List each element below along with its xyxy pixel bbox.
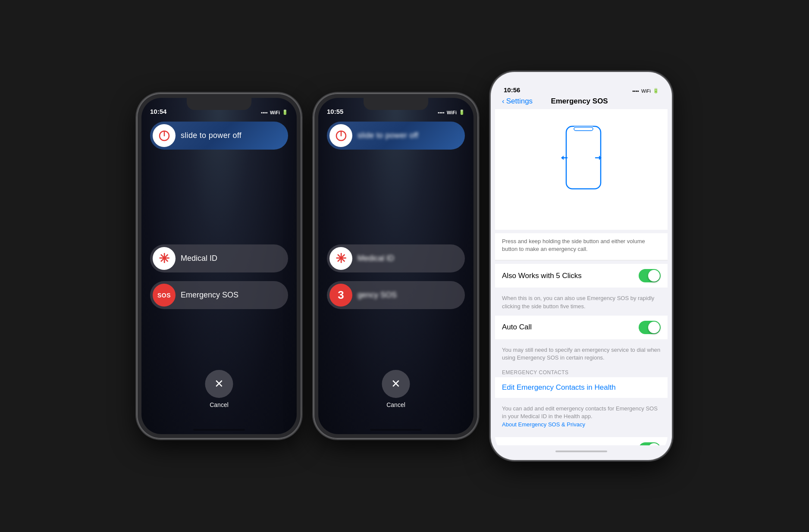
phone-1-power-slider[interactable]: slide to power off xyxy=(150,122,288,150)
phone-2-medical-circle: ✳ xyxy=(329,247,352,270)
phones-container: 10:54 ▪▪▪▪ WiFi 🔋 slide to power off xyxy=(120,0,689,532)
five-clicks-desc-text: When this is on, you can also use Emerge… xyxy=(502,295,654,309)
countdown-sound-row[interactable]: Countdown Sound xyxy=(495,437,668,445)
edit-contacts-row[interactable]: Edit Emergency Contacts in Health xyxy=(495,377,668,398)
settings-battery-icon: 🔋 xyxy=(653,88,659,94)
wifi-icon-2: WiFi xyxy=(447,110,457,115)
phone-1-status-icons: ▪▪▪▪ WiFi 🔋 xyxy=(261,110,288,115)
phone-1-medical-text: Medical ID xyxy=(181,254,217,263)
phone-1-sos-label: SOS xyxy=(157,292,171,299)
phone-2-time: 10:55 xyxy=(327,108,343,115)
phone-1-cancel-label: Cancel xyxy=(210,401,229,408)
phone-2-cancel-container[interactable]: ✕ Cancel xyxy=(382,370,410,408)
chevron-left-icon: ‹ xyxy=(502,97,505,106)
settings-status-icons: ▪▪▪▪ WiFi 🔋 xyxy=(632,88,659,94)
phone-2-medical-text: Medical ID xyxy=(357,254,394,263)
phone-1-sos-text: Emergency SOS xyxy=(181,291,238,300)
phone-1-sos-circle: SOS xyxy=(153,284,176,307)
close-icon: ✕ xyxy=(214,377,224,391)
asterisk-icon: ✳ xyxy=(159,252,169,265)
phone-1-time: 10:54 xyxy=(150,108,166,115)
power-icon xyxy=(158,130,170,142)
phone-2-screen: 10:55 ▪▪▪▪ WiFi 🔋 slide to power off xyxy=(318,98,473,434)
five-clicks-toggle-knob xyxy=(648,270,660,282)
settings-panel: 10:56 ▪▪▪▪ WiFi 🔋 ‹ Settings Emergency S… xyxy=(491,72,672,460)
edit-contacts-desc-text: You can add and edit emergency contacts … xyxy=(502,405,658,419)
phone-1-sos-btn[interactable]: SOS Emergency SOS xyxy=(150,281,288,309)
settings-page-title: Emergency SOS xyxy=(551,97,608,106)
emergency-contacts-header-text: EMERGENCY CONTACTS xyxy=(502,369,569,376)
phone-illustration-section xyxy=(495,109,668,230)
signal-icon-2: ▪▪▪▪ xyxy=(438,110,445,115)
phone-2: 10:55 ▪▪▪▪ WiFi 🔋 slide to power off xyxy=(314,94,478,438)
phone-1-medical-btn[interactable]: ✳ Medical ID xyxy=(150,244,288,272)
auto-call-toggle[interactable] xyxy=(639,321,661,334)
svg-marker-8 xyxy=(561,156,564,160)
phone-1-cancel-circle: ✕ xyxy=(205,370,233,398)
phone-1-screen: 10:54 ▪▪▪▪ WiFi 🔋 slide to power off xyxy=(141,98,297,434)
emergency-contacts-header: EMERGENCY CONTACTS xyxy=(495,367,668,377)
phone-2-status-icons: ▪▪▪▪ WiFi 🔋 xyxy=(438,110,465,115)
phone-2-sos-btn[interactable]: 3 gency SOS xyxy=(327,281,465,309)
auto-call-desc-text: You may still need to specify an emergen… xyxy=(502,347,660,361)
edit-contacts-link[interactable]: Edit Emergency Contacts in Health xyxy=(502,383,616,392)
battery-icon: 🔋 xyxy=(282,110,288,115)
five-clicks-section: Also Works with 5 Clicks xyxy=(495,264,668,288)
settings-content: Press and keep holding the side button a… xyxy=(495,109,668,445)
phone-2-power-circle xyxy=(329,124,352,147)
five-clicks-description: When this is on, you can also use Emerge… xyxy=(495,291,668,315)
phone-2-sos-countdown: 3 xyxy=(329,284,352,307)
phone-1-notch xyxy=(187,98,251,110)
phone-1-cancel-container[interactable]: ✕ Cancel xyxy=(205,370,233,408)
privacy-link[interactable]: About Emergency SOS & Privacy xyxy=(502,421,585,428)
signal-icon: ▪▪▪▪ xyxy=(261,110,268,115)
settings-back-button[interactable]: ‹ Settings xyxy=(502,97,533,106)
phone-description-text: Press and keep holding the side button a… xyxy=(502,238,645,252)
auto-call-toggle-knob xyxy=(648,322,660,333)
auto-call-section: Auto Call xyxy=(495,316,668,339)
five-clicks-label: Also Works with 5 Clicks xyxy=(502,272,639,280)
wifi-icon: WiFi xyxy=(270,110,280,115)
edit-contacts-description: You can add and edit emergency contacts … xyxy=(495,401,668,434)
phone-description: Press and keep holding the side button a… xyxy=(495,233,668,260)
settings-screen: 10:56 ▪▪▪▪ WiFi 🔋 ‹ Settings Emergency S… xyxy=(495,76,668,456)
settings-nav: ‹ Settings Emergency SOS xyxy=(495,95,668,109)
phone-1-slider-text: slide to power off xyxy=(181,131,241,140)
auto-call-description: You may still need to specify an emergen… xyxy=(495,343,668,367)
settings-status-bar: 10:56 ▪▪▪▪ WiFi 🔋 xyxy=(495,76,668,95)
phone-2-power-slider[interactable]: slide to power off xyxy=(327,122,465,150)
countdown-sound-toggle-knob xyxy=(648,443,660,445)
five-clicks-row[interactable]: Also Works with 5 Clicks xyxy=(495,264,668,288)
five-clicks-toggle[interactable] xyxy=(639,269,661,282)
emergency-contacts-section: Edit Emergency Contacts in Health xyxy=(495,377,668,398)
settings-signal-icon: ▪▪▪▪ xyxy=(632,88,639,94)
settings-home-indicator xyxy=(555,451,607,452)
phone-2-medical-btn[interactable]: ✳ Medical ID xyxy=(327,244,465,272)
asterisk-icon-2: ✳ xyxy=(336,252,346,265)
power-icon-2 xyxy=(335,130,347,142)
countdown-sound-label: Countdown Sound xyxy=(502,444,639,445)
phone-2-sos-text: gency SOS xyxy=(357,291,397,300)
phone-2-home-indicator xyxy=(370,429,422,431)
phone-2-cancel-circle: ✕ xyxy=(382,370,410,398)
countdown-sound-section: Countdown Sound xyxy=(495,437,668,445)
phone-1-home-indicator xyxy=(193,429,245,431)
close-icon-2: ✕ xyxy=(391,377,401,391)
phone-1-medical-circle: ✳ xyxy=(153,247,176,270)
phone-2-cancel-label: Cancel xyxy=(386,401,405,408)
battery-icon-2: 🔋 xyxy=(459,110,465,115)
phone-2-slider-text: slide to power off xyxy=(357,131,418,140)
settings-time: 10:56 xyxy=(504,86,520,94)
phone-1: 10:54 ▪▪▪▪ WiFi 🔋 slide to power off xyxy=(137,94,301,438)
phone-diagram-svg xyxy=(542,122,620,217)
phone-1-power-circle xyxy=(153,124,176,147)
phone-2-notch xyxy=(364,98,428,110)
auto-call-row[interactable]: Auto Call xyxy=(495,316,668,339)
settings-wifi-icon: WiFi xyxy=(641,88,651,94)
settings-back-label: Settings xyxy=(506,97,533,106)
countdown-sound-toggle[interactable] xyxy=(639,442,661,445)
auto-call-label: Auto Call xyxy=(502,323,639,332)
